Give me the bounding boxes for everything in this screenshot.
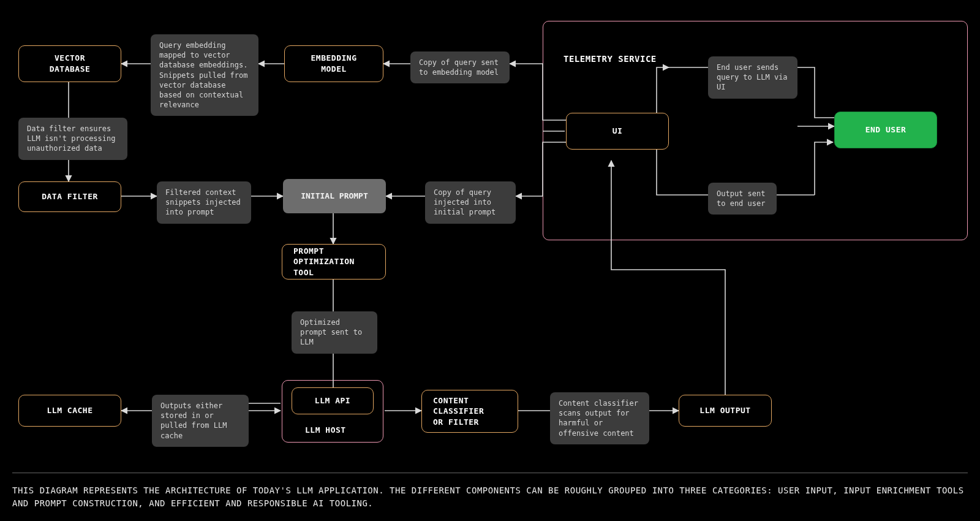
note-content-scan: Content classifier scans output for harm… <box>550 392 649 444</box>
node-embedding-model: EMBEDDING MODEL <box>284 45 383 82</box>
caption-wrap: THIS DIAGRAM REPRESENTS THE ARCHITECTURE… <box>12 473 968 510</box>
node-ui: UI <box>566 113 669 150</box>
node-initial-prompt: INITIAL PROMPT <box>283 179 386 213</box>
note-copy-to-initial: Copy of query injected into initial prom… <box>425 181 516 224</box>
note-unauthorized-data: Data filter ensures LLM isn't processing… <box>18 118 127 160</box>
note-output-sent: Output sent to end user <box>708 183 777 215</box>
diagram-canvas: TELEMETRY SERVICE <box>0 0 980 521</box>
note-embedding-mapping: Query embedding mapped to vector databas… <box>151 34 258 116</box>
node-prompt-optimization: PROMPT OPTIMIZATION TOOL <box>282 244 386 280</box>
divider <box>12 473 968 473</box>
node-vector-database: VECTOR DATABASE <box>18 45 121 82</box>
note-cache: Outputs either stored in or pulled from … <box>152 395 249 447</box>
note-end-user-sends: End user sends query to LLM via UI <box>708 56 797 99</box>
node-data-filter: DATA FILTER <box>18 181 121 212</box>
node-llm-output: LLM OUTPUT <box>679 395 772 427</box>
note-optimized-prompt: Optimized prompt sent to LLM <box>292 311 377 354</box>
llm-host-label: LLM HOST <box>305 425 346 435</box>
note-filtered-context: Filtered context snippets injected into … <box>157 181 251 224</box>
node-end-user: END USER <box>834 112 937 148</box>
node-llm-cache: LLM CACHE <box>18 395 121 427</box>
node-llm-api: LLM API <box>292 387 374 414</box>
node-content-classifier: CONTENT CLASSIFIER OR FILTER <box>421 390 518 433</box>
note-copy-to-embedding: Copy of query sent to embedding model <box>410 51 510 83</box>
telemetry-service-label: TELEMETRY SERVICE <box>564 54 657 64</box>
caption-text: THIS DIAGRAM REPRESENTS THE ARCHITECTURE… <box>12 484 968 510</box>
